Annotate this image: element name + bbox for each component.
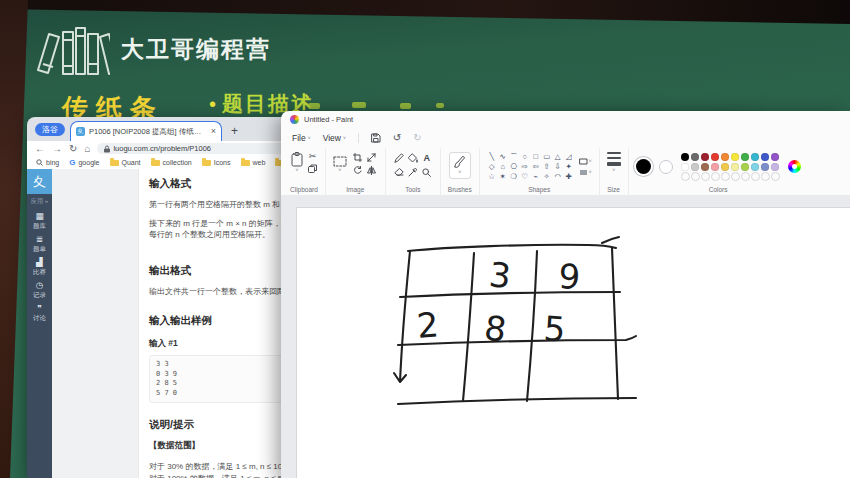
palette-swatch[interactable] [731,153,739,161]
group-colors: Colors [629,148,808,195]
sidebar-item-contest[interactable]: ▟ 比赛 [33,258,46,275]
bookmark-folder-icons[interactable]: Icons [202,159,231,166]
folder-icon [202,160,211,166]
flip-icon[interactable] [367,166,376,175]
bullet-icon: • [209,94,216,114]
sidebar-expand[interactable]: 应用 » [31,197,48,206]
crop-icon[interactable] [353,153,362,162]
sidebar-item-records[interactable]: ◷ 记录 [33,281,46,298]
tab-p1006[interactable]: 夊 P1006 [NOIP2008 提高组] 传纸… × [70,121,222,141]
line-size-icon [607,152,621,166]
select-icon[interactable] [333,156,347,167]
bookmark-google[interactable]: G google [69,158,99,167]
home-icon[interactable]: ⌂ [84,144,90,154]
bookmark-folder-web[interactable]: web [241,159,266,166]
tab-group-label[interactable]: 洛谷 [35,123,65,136]
tab-close-icon[interactable]: × [211,127,216,136]
cell-digit: 3 [487,254,513,296]
palette-empty-slot[interactable] [701,172,710,181]
color1-well[interactable] [636,159,651,174]
chevron-down-icon: ˅ [458,170,461,175]
palette-swatch[interactable] [751,163,759,171]
save-icon[interactable] [371,133,381,143]
cut-icon[interactable]: ✂ [309,152,317,161]
bookmark-folder-quant[interactable]: Quant [110,159,141,166]
palette-empty-slot[interactable] [751,172,760,181]
edit-colors-wheel-icon[interactable] [788,160,801,173]
records-icon: ◷ [36,281,43,290]
color-palette [681,152,780,181]
palette-empty-slot[interactable] [721,172,730,181]
paint-window: Untitled - Paint File˅ View˅ ↺ ↻ [281,111,850,478]
palette-swatch[interactable] [751,153,759,161]
palette-empty-slot[interactable] [771,172,780,181]
palette-empty-slot[interactable] [691,172,700,181]
palette-swatch[interactable] [701,163,709,171]
sidebar-item-discuss[interactable]: ❞ 讨论 [33,304,46,321]
palette-swatch[interactable] [701,153,709,161]
palette-swatch[interactable] [721,153,729,161]
rotate-icon[interactable] [353,166,362,175]
sidebar-item-problemset[interactable]: ▦ 题库 [33,212,46,229]
palette-swatch[interactable] [711,163,719,171]
palette-swatch[interactable] [681,153,689,161]
resize-icon[interactable] [367,153,376,162]
palette-swatch[interactable] [761,163,769,171]
palette-empty-slot[interactable] [681,172,690,181]
palette-empty-slot[interactable] [761,172,770,181]
problemset-icon: ▦ [35,212,43,221]
padlock-icon [104,145,110,153]
group-shapes: ╲∿ ⌒○ □▭ △◿ ◇⌂ ⎔⇨ ⇦⇧ ⇩✦ ☆✶ ❍♡ ⌁✧ ◠✚ [480,148,600,195]
menu-view[interactable]: View˅ [323,133,346,143]
eraser-icon[interactable] [394,168,404,176]
text-tool-icon[interactable]: A [424,153,431,163]
cell-digit: 9 [558,256,582,297]
new-tab-button[interactable]: + [231,125,238,137]
reload-icon[interactable]: ↻ [69,144,77,154]
shape-fill-dropdown[interactable]: ˅ [579,169,592,176]
url-text: luogu.com.cn/problem/P1006 [113,144,211,153]
palette-swatch[interactable] [681,163,689,171]
folder-icon [151,160,160,166]
palette-empty-slot[interactable] [741,172,750,181]
paint-ribbon: ˅ ✂ Clipboard [281,148,850,196]
sidebar-item-problemlist[interactable]: ≣ 题单 [33,235,46,252]
palette-swatch[interactable] [771,163,779,171]
tab-title: P1006 [NOIP2008 提高组] 传纸… [89,127,207,137]
palette-swatch[interactable] [721,163,729,171]
luogu-logo[interactable]: 夊 [27,169,52,194]
palette-swatch[interactable] [771,153,779,161]
menu-file[interactable]: File˅ [292,133,311,143]
palette-swatch[interactable] [741,153,749,161]
palette-empty-slot[interactable] [711,172,720,181]
redo-icon[interactable]: ↻ [413,133,421,143]
back-icon[interactable]: ← [35,144,45,154]
shapes-grid[interactable]: ╲∿ ⌒○ □▭ △◿ ◇⌂ ⎔⇨ ⇦⇧ ⇩✦ ☆✶ ❍♡ ⌁✧ ◠✚ [487,152,574,181]
undo-icon[interactable]: ↺ [393,133,401,143]
chalk-text-speck [308,103,320,109]
palette-swatch[interactable] [691,163,699,171]
magnifier-icon[interactable] [422,168,431,177]
palette-swatch[interactable] [741,163,749,171]
grid-line-v1-arrow [394,251,410,382]
chevron-down-icon: ˅ [308,135,311,141]
bookmark-bing[interactable]: bing [36,159,59,166]
palette-swatch[interactable] [761,153,769,161]
brushes-button[interactable]: ˅ [449,152,471,179]
copy-icon[interactable] [308,164,317,173]
color2-well[interactable] [659,160,673,174]
size-dropdown[interactable]: ˅ [607,152,621,173]
chevron-down-icon: ˅ [343,135,346,141]
eyedropper-icon[interactable] [408,168,417,177]
group-size: ˅ Size [600,148,629,195]
forward-icon[interactable]: → [52,144,62,154]
palette-empty-slot[interactable] [731,172,740,181]
pencil-icon[interactable] [394,153,404,163]
palette-swatch[interactable] [691,153,699,161]
palette-swatch[interactable] [731,163,739,171]
shape-outline-dropdown[interactable]: ˅ [579,158,592,165]
bookmark-folder-collection[interactable]: collection [151,159,192,166]
fill-bucket-icon[interactable] [408,153,418,163]
palette-swatch[interactable] [711,153,719,161]
paste-icon[interactable] [291,152,303,167]
